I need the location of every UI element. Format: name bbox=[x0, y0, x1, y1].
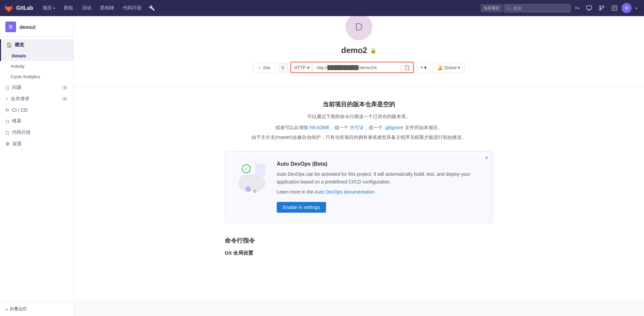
repo-actions: ☆ Star 0 HTTP ▾ 📋 + ▾ 🔔 Global bbox=[80, 62, 637, 73]
merge-requests-icon: ⑂ bbox=[5, 96, 8, 102]
document-icon bbox=[255, 164, 265, 176]
nav-broadcast-icon[interactable] bbox=[583, 3, 595, 13]
plus-dropdown-icon: ▾ bbox=[424, 64, 427, 71]
repo-content: 当前项目的版本仓库是空的 可以通过下面的命令行推送一个已存在的版本库。 或者可以… bbox=[198, 87, 520, 273]
gear-small-icon: ⚙ bbox=[253, 189, 258, 194]
svg-point-0 bbox=[507, 6, 510, 9]
empty-repo-warn: 由于主分支(master)会被自动保护，只有当前项目的拥有者或者您具备主程序员权… bbox=[225, 135, 493, 141]
settings-icon: ⚙ bbox=[5, 141, 10, 147]
autodevops-banner: × ✓ ⚙ ⚙ Auto DevOps (Beta) Auto DevOps c… bbox=[225, 151, 493, 223]
gitignore-link[interactable]: .gitignore bbox=[384, 125, 404, 130]
sidebar: D demo2 🏠 概览 Details Activity Cycle Anal… bbox=[0, 16, 74, 300]
issues-icon: ◻ bbox=[5, 85, 9, 90]
autodevops-illustration: ✓ ⚙ ⚙ bbox=[235, 161, 269, 195]
cicd-icon: ↻ bbox=[5, 107, 9, 113]
check-circle-icon: ✓ bbox=[242, 164, 251, 173]
project-title: demo2 🔒 bbox=[80, 46, 637, 55]
nav-projects[interactable]: 项目 ▾ bbox=[39, 3, 59, 13]
sidebar-item-issues[interactable]: ◻ 问题 0 bbox=[0, 82, 73, 93]
autodevops-learn-more: Learn more in the Auto DevOps documentat… bbox=[277, 188, 483, 196]
git-global-setup-title: Git 全局设置 bbox=[225, 250, 493, 256]
issues-count: 0 bbox=[61, 85, 68, 90]
clone-url-input[interactable] bbox=[313, 63, 400, 72]
sidebar-item-overview[interactable]: 🏠 概览 bbox=[0, 39, 73, 51]
star-count: 0 bbox=[278, 63, 288, 72]
project-big-avatar: D bbox=[345, 13, 372, 40]
current-project-label: 当前项目 bbox=[481, 4, 502, 12]
commands-section: 命令行指令 Git 全局设置 bbox=[225, 236, 493, 256]
clone-box: HTTP ▾ 📋 bbox=[290, 62, 414, 73]
sidebar-nav: 🏠 概览 Details Activity Cycle Analytics ◻ … bbox=[0, 37, 73, 300]
empty-repo-desc2: 或者可以从增加 README，或一个 许可证，或一个 .gitignore 文件… bbox=[225, 123, 493, 132]
lock-icon: 🔒 bbox=[370, 47, 377, 54]
sidebar-item-settings[interactable]: ⚙ 设置 bbox=[0, 138, 73, 150]
autodevops-text1: Auto DevOps can be activated for this pr… bbox=[277, 170, 483, 186]
autodevops-docs-link[interactable]: Auto DevOps documentation bbox=[315, 189, 375, 195]
search-icon bbox=[506, 6, 511, 10]
nav-activity[interactable]: 活动 bbox=[78, 3, 95, 13]
merge-requests-count: 0 bbox=[61, 97, 68, 101]
copy-icon: 📋 bbox=[404, 65, 410, 70]
plus-menu-button[interactable]: + ▾ bbox=[572, 3, 582, 13]
search-input[interactable] bbox=[513, 6, 553, 11]
nav-snippets[interactable]: 代码片段 bbox=[119, 3, 146, 13]
autodevops-close-button[interactable]: × bbox=[485, 155, 488, 161]
plus-dropdown-icon: ▾ bbox=[578, 6, 579, 10]
projects-dropdown-icon: ▾ bbox=[53, 6, 55, 10]
brand-name: GitLab bbox=[16, 5, 33, 11]
sidebar-project-header: D demo2 bbox=[0, 16, 73, 37]
license-link[interactable]: 许可证 bbox=[350, 125, 364, 130]
clone-copy-button[interactable]: 📋 bbox=[400, 62, 413, 72]
top-navbar: GitLab 项目 ▾ 群组 活动 里程碑 代码片段 当前项目 bbox=[0, 0, 644, 16]
commands-section-title: 命令行指令 bbox=[225, 236, 493, 245]
notification-button[interactable]: 🔔 Global ▾ bbox=[433, 63, 465, 72]
notify-dropdown-icon: ▾ bbox=[458, 65, 460, 70]
nav-merge-icon[interactable] bbox=[596, 3, 607, 13]
nav-wrench-icon[interactable] bbox=[146, 3, 158, 13]
sidebar-item-activity[interactable]: Activity bbox=[0, 61, 73, 71]
new-file-button[interactable]: + ▾ bbox=[417, 62, 430, 73]
sidebar-item-cycle-analytics[interactable]: Cycle Analytics bbox=[0, 71, 73, 82]
empty-repo-title: 当前项目的版本仓库是空的 bbox=[225, 100, 493, 108]
autodevops-content: Auto DevOps (Beta) Auto DevOps can be ac… bbox=[277, 161, 483, 212]
user-avatar[interactable]: U bbox=[622, 3, 632, 13]
sidebar-item-snippets[interactable]: ◻ 代码片段 bbox=[0, 127, 73, 138]
star-icon: ☆ bbox=[258, 65, 262, 70]
nav-groups[interactable]: 群组 bbox=[60, 3, 77, 13]
readme-link[interactable]: README bbox=[310, 125, 330, 130]
snippets-icon: ◻ bbox=[5, 130, 9, 135]
sidebar-item-merge-requests[interactable]: ⑂ 合并请求 0 bbox=[0, 93, 73, 105]
wiki-icon: ◻ bbox=[5, 118, 9, 124]
star-button[interactable]: ☆ Star bbox=[253, 63, 275, 72]
sidebar-project-name: demo2 bbox=[19, 24, 36, 30]
search-box[interactable] bbox=[503, 4, 571, 12]
brand[interactable]: GitLab bbox=[4, 3, 33, 13]
sidebar-item-details[interactable]: Details bbox=[0, 51, 73, 61]
main-content: D demo2 🔒 ☆ Star 0 HTTP ▾ 📋 bbox=[74, 0, 644, 300]
nav-milestones[interactable]: 里程碑 bbox=[96, 3, 118, 13]
svg-point-5 bbox=[602, 6, 604, 7]
gitlab-logo-icon bbox=[4, 3, 13, 13]
main-nav: 项目 ▾ 群组 活动 里程碑 代码片段 bbox=[39, 3, 158, 13]
gear-large-icon: ⚙ bbox=[245, 185, 253, 193]
user-menu-dropdown-icon[interactable]: ▾ bbox=[633, 4, 640, 12]
sidebar-item-cicd[interactable]: ↻ CI / CD bbox=[0, 105, 73, 115]
svg-rect-1 bbox=[587, 6, 592, 9]
clone-protocol-dropdown[interactable]: HTTP ▾ bbox=[291, 63, 313, 72]
nav-issues-icon[interactable] bbox=[609, 3, 620, 13]
sidebar-item-wiki[interactable]: ◻ 维基 bbox=[0, 115, 73, 127]
home-icon: 🏠 bbox=[6, 42, 12, 48]
svg-point-4 bbox=[599, 6, 601, 7]
empty-repo-desc1: 可以通过下面的命令行推送一个已存在的版本库。 bbox=[225, 112, 493, 121]
enable-in-settings-button[interactable]: Enable in settings bbox=[277, 202, 326, 213]
navbar-right: 当前项目 + ▾ U ▾ bbox=[481, 3, 640, 13]
protocol-dropdown-icon: ▾ bbox=[307, 65, 310, 70]
autodevops-title: Auto DevOps (Beta) bbox=[277, 161, 483, 167]
sidebar-project-avatar: D bbox=[5, 21, 16, 32]
